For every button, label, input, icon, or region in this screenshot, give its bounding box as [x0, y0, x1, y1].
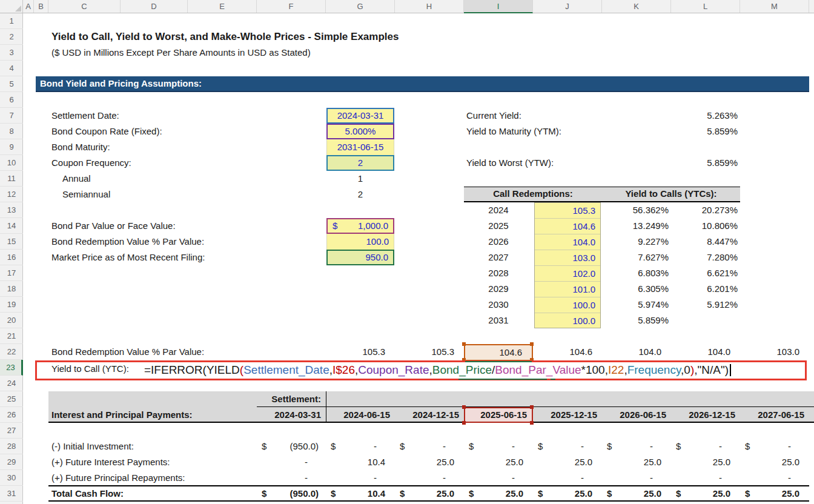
- row-header-16[interactable]: 16: [0, 250, 23, 265]
- row-header-5[interactable]: 5: [0, 76, 23, 92]
- column-header-J[interactable]: J: [533, 0, 602, 13]
- payment-cell[interactable]: 25.0: [533, 454, 602, 470]
- total-cell[interactable]: $25.0: [740, 486, 809, 502]
- payment-cell[interactable]: -: [464, 470, 533, 486]
- call-year[interactable]: 2024: [464, 202, 533, 218]
- date-cell[interactable]: 2024-03-31: [257, 407, 326, 423]
- range-handle[interactable]: [462, 342, 466, 346]
- row-header-20[interactable]: 20: [0, 313, 23, 328]
- label-total-cash-flow[interactable]: Total Cash Flow:: [51, 486, 124, 502]
- input-frequency[interactable]: 2: [326, 155, 394, 171]
- redemption-value[interactable]: 104.0: [602, 344, 671, 360]
- ytc-value-2[interactable]: 20.273%: [671, 202, 740, 218]
- row-header-14[interactable]: 14: [0, 218, 23, 234]
- payment-cell[interactable]: $-: [671, 439, 740, 454]
- ytc-value[interactable]: 9.227%: [602, 234, 671, 250]
- row-header-19[interactable]: 19: [0, 297, 23, 313]
- input-settlement-date[interactable]: 2024-03-31: [326, 108, 394, 124]
- total-cell[interactable]: $25.0: [533, 486, 602, 502]
- payment-cell[interactable]: -: [740, 470, 809, 486]
- row-header-7[interactable]: 7: [0, 108, 23, 124]
- label-initial-investment[interactable]: (-) Initial Investment:: [51, 439, 134, 454]
- value-ytm[interactable]: 5.859%: [671, 124, 740, 139]
- row-header-6[interactable]: 6: [0, 92, 23, 108]
- row-header-28[interactable]: 28: [0, 439, 23, 454]
- redemption-input[interactable]: 104.6: [535, 219, 600, 234]
- payment-cell[interactable]: -: [533, 470, 602, 486]
- redemption-input[interactable]: 100.0: [535, 297, 600, 313]
- row-header-31[interactable]: 31: [0, 486, 23, 502]
- label-semiannual[interactable]: Semiannual: [62, 187, 110, 202]
- label-par-value[interactable]: Bond Par Value or Face Value:: [51, 218, 176, 234]
- label-current-yield[interactable]: Current Yield:: [466, 108, 521, 124]
- column-header-L[interactable]: L: [671, 0, 740, 13]
- payment-cell[interactable]: -: [257, 454, 326, 470]
- payment-cell[interactable]: 25.0: [395, 454, 464, 470]
- payment-cell[interactable]: $-: [464, 439, 533, 454]
- input-par-value[interactable]: $ 1,000.0: [326, 218, 394, 234]
- redemption-value[interactable]: 104.6: [533, 344, 602, 360]
- total-cell[interactable]: $25.0: [464, 486, 533, 502]
- referenced-cell-i26[interactable]: 2025-06-15: [464, 407, 533, 423]
- range-handle[interactable]: [462, 405, 466, 409]
- ytc-value-2[interactable]: 8.447%: [671, 234, 740, 250]
- redemption-input[interactable]: 101.0: [535, 282, 600, 297]
- value-semiannual[interactable]: 2: [326, 187, 394, 202]
- date-cell[interactable]: 2026-12-15: [671, 407, 740, 423]
- row-header-24[interactable]: 24: [0, 376, 23, 391]
- row-header-12[interactable]: 12: [0, 187, 23, 202]
- payments-table-label[interactable]: Interest and Principal Payments:: [51, 407, 193, 423]
- column-header-C[interactable]: C: [48, 0, 121, 13]
- call-year[interactable]: 2028: [464, 265, 533, 281]
- total-cell[interactable]: $25.0: [395, 486, 464, 502]
- row-header-21[interactable]: 21: [0, 328, 23, 344]
- payment-cell[interactable]: $(950.0): [257, 439, 326, 454]
- ytc-value[interactable]: 7.627%: [602, 250, 671, 265]
- payment-cell[interactable]: -: [602, 470, 671, 486]
- row-header-26[interactable]: 26: [0, 407, 23, 423]
- date-cell[interactable]: 2026-06-15: [602, 407, 671, 423]
- row-header-15[interactable]: 15: [0, 234, 23, 250]
- label-redemption-pct[interactable]: Bond Redemption Value % Par Value:: [51, 234, 204, 250]
- row-header-23[interactable]: 23: [0, 360, 23, 376]
- payment-cell[interactable]: -: [326, 470, 395, 486]
- label-market-price[interactable]: Market Price as of Most Recent Filing:: [51, 250, 205, 265]
- label-ytm[interactable]: Yield to Maturity (YTM):: [466, 124, 561, 139]
- ytc-value[interactable]: 5.859%: [602, 313, 671, 328]
- input-maturity[interactable]: 2031-06-15: [326, 139, 394, 155]
- date-cell[interactable]: 2024-12-15: [395, 407, 464, 423]
- call-year[interactable]: 2030: [464, 297, 533, 313]
- yield-to-calls-header[interactable]: Yield to Calls (YTCs):: [602, 187, 740, 202]
- row-header-1[interactable]: 1: [0, 13, 23, 29]
- row-header-17[interactable]: 17: [0, 265, 23, 281]
- call-year[interactable]: 2029: [464, 281, 533, 297]
- column-header-A[interactable]: A: [23, 0, 34, 13]
- redemption-value[interactable]: 105.3: [326, 344, 395, 360]
- row-header-8[interactable]: 8: [0, 124, 23, 139]
- row-header-2[interactable]: 2: [0, 29, 23, 45]
- payment-cell[interactable]: $-: [326, 439, 395, 454]
- payment-cell[interactable]: 25.0: [464, 454, 533, 470]
- input-coupon-rate[interactable]: 5.000%: [326, 124, 394, 139]
- payment-cell[interactable]: 10.4: [326, 454, 395, 470]
- value-ytw[interactable]: 5.859%: [671, 155, 740, 171]
- row-header-22[interactable]: 22: [0, 344, 23, 360]
- row-header-29[interactable]: 29: [0, 454, 23, 470]
- call-year[interactable]: 2027: [464, 250, 533, 265]
- ytc-value[interactable]: 5.974%: [602, 297, 671, 313]
- date-cell[interactable]: 2027-06-15: [740, 407, 809, 423]
- value-current-yield[interactable]: 5.263%: [671, 108, 740, 124]
- total-cell[interactable]: $25.0: [602, 486, 671, 502]
- row-header-11[interactable]: 11: [0, 171, 23, 187]
- label-maturity[interactable]: Bond Maturity:: [51, 139, 110, 155]
- redemption-value[interactable]: 104.0: [671, 344, 740, 360]
- payment-cell[interactable]: $-: [395, 439, 464, 454]
- payment-cell[interactable]: 25.0: [740, 454, 809, 470]
- row-header-18[interactable]: 18: [0, 281, 23, 297]
- call-redemptions-header[interactable]: Call Redemptions:: [464, 187, 602, 202]
- label-coupon-rate[interactable]: Bond Coupon Rate (Fixed):: [51, 124, 162, 139]
- ytc-value[interactable]: 13.249%: [602, 218, 671, 234]
- settlement-label[interactable]: Settlement:: [257, 391, 326, 407]
- payment-cell[interactable]: $-: [740, 439, 809, 454]
- total-cell[interactable]: $10.4: [326, 486, 395, 502]
